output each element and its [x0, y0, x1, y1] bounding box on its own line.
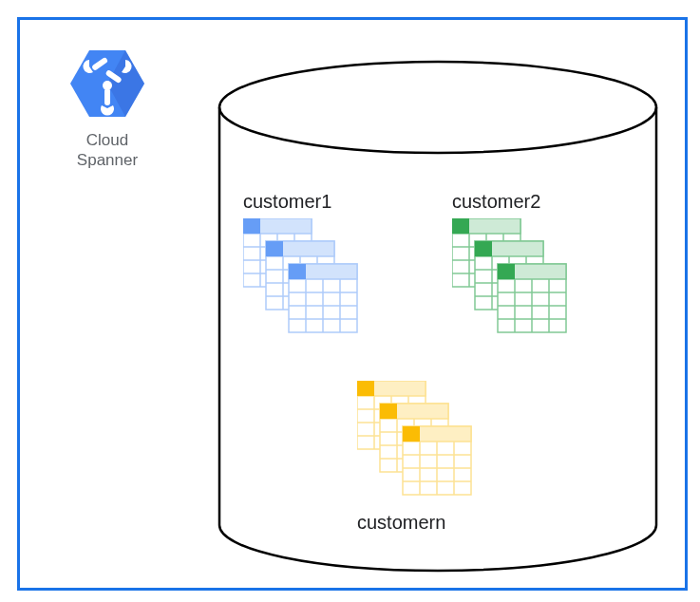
customer-label: customern — [357, 512, 547, 534]
svg-rect-63 — [357, 381, 374, 396]
customer-label: customer2 — [452, 191, 642, 213]
diagram-canvas: Cloud Spanner customer1 — [0, 0, 700, 602]
table-stack-icon — [243, 218, 367, 342]
table-stack-icon — [452, 218, 576, 342]
customer-group-c2: customer2 — [452, 191, 642, 346]
svg-rect-81 — [403, 426, 420, 442]
table-stack-icon — [357, 381, 481, 504]
svg-rect-27 — [289, 264, 306, 279]
svg-point-6 — [219, 62, 656, 153]
svg-rect-18 — [266, 241, 283, 256]
cloud-spanner-icon — [70, 50, 144, 117]
svg-rect-36 — [452, 218, 469, 234]
customer-group-cn: customern — [357, 381, 547, 534]
svg-rect-9 — [243, 218, 260, 234]
label-line-1: Cloud — [86, 131, 128, 149]
svg-rect-72 — [380, 404, 397, 419]
cloud-spanner-block: Cloud Spanner — [60, 50, 155, 171]
customer-group-c1: customer1 — [243, 191, 433, 346]
svg-rect-5 — [104, 88, 110, 105]
diagram-frame: Cloud Spanner customer1 — [17, 17, 688, 591]
label-line-2: Spanner — [77, 151, 138, 169]
svg-rect-45 — [475, 241, 492, 256]
customer-label: customer1 — [243, 191, 433, 213]
svg-rect-54 — [498, 264, 515, 279]
cloud-spanner-label: Cloud Spanner — [60, 130, 155, 171]
